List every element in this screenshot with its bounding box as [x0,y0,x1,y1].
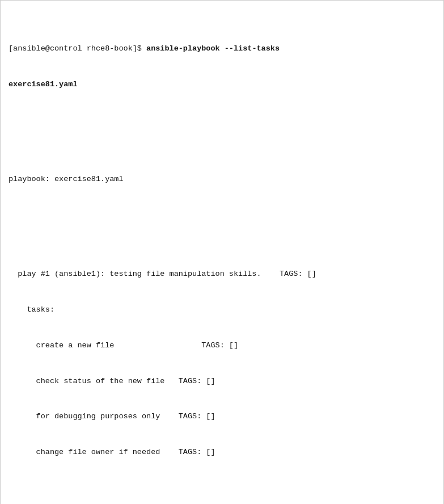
blank-line-1 [9,126,435,138]
tasks-label-1: tasks: [9,304,435,316]
prompt-1: [ansible@control rhce8-book]$ [9,44,146,53]
command-text-1b: exercise81.yaml [9,80,78,89]
command-text-1: ansible-playbook --list-tasks [146,44,280,53]
play-1: play #1 (ansible1): testing file manipul… [9,268,435,280]
command-line-1b: exercise81.yaml [9,79,435,91]
blank-line-2 [9,221,435,233]
blank-line-3 [9,494,435,504]
playbook-label: playbook: exercise81.yaml [9,174,435,186]
task-1d: change file owner if needed TAGS: [] [9,447,435,459]
task-1b: check status of the new file TAGS: [] [9,376,435,388]
task-1c: for debugging purposes only TAGS: [] [9,411,435,423]
task-1a: create a new file TAGS: [] [9,340,435,352]
command-line-1: [ansible@control rhce8-book]$ ansible-pl… [9,43,435,55]
terminal-output: [ansible@control rhce8-book]$ ansible-pl… [0,0,444,504]
